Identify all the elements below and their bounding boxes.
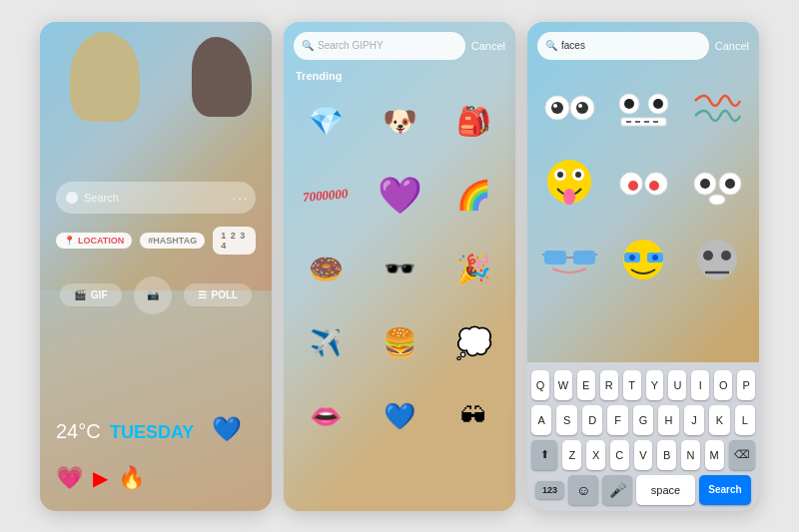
bottom-icon-heart: 💗 (56, 465, 83, 491)
key-x[interactable]: X (586, 440, 605, 470)
screen3: 🔍 faces Cancel (527, 22, 759, 511)
screen1-search-text: Search (84, 192, 119, 204)
screen1-search-bar[interactable]: Search (56, 182, 256, 214)
sticker-donut[interactable]: 🍩 (292, 236, 360, 303)
giphy-search-bar[interactable]: 🔍 Search GIPHY (294, 32, 465, 60)
key-m[interactable]: M (705, 440, 724, 470)
counter-sticker[interactable]: 1 2 3 4 (213, 227, 256, 255)
svg-point-2 (553, 104, 557, 108)
camera-button[interactable]: 📷 (134, 276, 172, 314)
gif-button[interactable]: 🎬 GIF (60, 283, 122, 306)
key-l[interactable]: L (735, 405, 755, 435)
sticker-dog[interactable]: 🐶 (366, 88, 433, 156)
sticker-rocket[interactable]: ✈️ (292, 309, 360, 377)
search-icon-dot (66, 192, 78, 204)
screen1-bottom-row: 💗 ▶ 🔥 (56, 465, 256, 491)
shift-key[interactable]: ⬆ (531, 440, 558, 470)
cloud-icon: 💭 (455, 325, 492, 360)
svg-point-19 (575, 172, 581, 178)
svg-point-24 (649, 181, 659, 191)
key-v[interactable]: V (634, 440, 653, 470)
location-sticker[interactable]: 📍 LOCATION (56, 233, 132, 249)
bottom-icon-youtube: ▶ (93, 466, 108, 490)
key-d[interactable]: D (582, 405, 602, 435)
sticker-party-hat[interactable]: 🎉 (439, 236, 507, 303)
space-key[interactable]: space (636, 475, 695, 505)
sticker-burger[interactable]: 🍔 (366, 309, 433, 377)
key-s[interactable]: S (556, 405, 576, 435)
sticker-pixel-heart[interactable]: 💙 (366, 383, 433, 451)
sticker-rainbow[interactable]: 🌈 (439, 162, 507, 230)
key-p[interactable]: P (737, 370, 755, 400)
key-i[interactable]: I (691, 370, 709, 400)
screen3-background: 🔍 faces Cancel (527, 22, 759, 511)
face-sticker-6[interactable] (683, 150, 751, 220)
sticker-7000000[interactable]: 7000000 (292, 162, 360, 230)
sticker-shades[interactable]: 🕶 (439, 383, 507, 451)
face-sticker-3[interactable] (683, 74, 751, 144)
party-hat-icon: 🎉 (456, 253, 491, 285)
faces-cancel-button[interactable]: Cancel (715, 40, 749, 52)
heart-icon: 💜 (378, 175, 422, 217)
key-c[interactable]: C (610, 440, 629, 470)
rainbow-icon: 🌈 (456, 179, 491, 212)
key-r[interactable]: R (600, 370, 618, 400)
key-b[interactable]: B (657, 440, 676, 470)
face-sticker-5[interactable] (609, 150, 677, 220)
numbers-key[interactable]: 123 (535, 481, 564, 499)
face-sticker-4[interactable] (535, 150, 603, 220)
key-h[interactable]: H (658, 405, 678, 435)
key-j[interactable]: J (684, 405, 704, 435)
search-key[interactable]: Search (699, 475, 751, 505)
keyboard-row-3: ⬆ Z X C V B N M ⌫ (531, 440, 755, 470)
sticker-eyes[interactable]: 🕶️ (366, 236, 433, 303)
key-a[interactable]: A (531, 405, 551, 435)
sticker-cloud[interactable]: 💭 (439, 309, 507, 377)
hashtag-sticker[interactable]: #HASHTAG (140, 233, 205, 249)
sticker-bag[interactable]: 🎒 (439, 88, 507, 156)
svg-point-22 (628, 181, 638, 191)
screen2-trending-label: Trending (296, 70, 342, 82)
svg-point-41 (703, 251, 713, 261)
key-y[interactable]: Y (646, 370, 664, 400)
delete-key[interactable]: ⌫ (729, 440, 756, 470)
key-w[interactable]: W (554, 370, 572, 400)
dog-icon: 🐶 (383, 105, 417, 138)
sticker-crystal[interactable]: 💎 (292, 88, 360, 156)
emoji-key[interactable]: ☺ (568, 475, 598, 505)
giphy-cancel-button[interactable]: Cancel (471, 40, 505, 52)
face-sticker-8[interactable] (609, 226, 677, 295)
screen1-day: TUESDAY (110, 422, 194, 443)
sticker-purple-heart[interactable]: 💜 (366, 162, 433, 230)
svg-point-38 (629, 255, 635, 261)
location-pin-icon: 📍 (64, 236, 75, 246)
donut-icon: 🍩 (309, 253, 344, 285)
key-u[interactable]: U (668, 370, 686, 400)
key-e[interactable]: E (577, 370, 595, 400)
key-t[interactable]: T (623, 370, 641, 400)
face-sticker-9[interactable] (683, 226, 751, 295)
face-sticker-7[interactable] (535, 226, 603, 295)
sticker-lips[interactable]: 👄 (292, 383, 360, 451)
screen1-background: Search ··· 📍 LOCATION #HASHTAG 1 2 3 4 (40, 22, 272, 511)
face-sticker-1[interactable] (535, 74, 603, 144)
stickers-grid: 💎 🐶 🎒 7000000 💜 🌈 (292, 88, 507, 451)
keyboard: Q W E R T Y U I O P A S D F G (527, 362, 759, 511)
faces-search-value: faces (561, 40, 585, 51)
screen2-background: 🔍 Search GIPHY Cancel Trending 💎 🐶 🎒 (284, 22, 515, 511)
key-z[interactable]: Z (562, 440, 581, 470)
mic-key[interactable]: 🎤 (602, 475, 632, 505)
pixel-heart-icon: 💙 (384, 401, 415, 432)
rocket-icon: ✈️ (310, 327, 342, 358)
key-g[interactable]: G (633, 405, 653, 435)
key-f[interactable]: F (607, 405, 627, 435)
key-o[interactable]: O (714, 370, 732, 400)
faces-search-bar[interactable]: 🔍 faces (537, 32, 709, 60)
key-n[interactable]: N (681, 440, 700, 470)
key-q[interactable]: Q (531, 370, 549, 400)
face-sticker-2[interactable] (609, 74, 677, 144)
keyboard-row-2: A S D F G H J K L (531, 405, 755, 435)
key-k[interactable]: K (709, 405, 729, 435)
bag-icon: 🎒 (456, 105, 491, 138)
poll-button[interactable]: ☰ POLL (184, 283, 253, 306)
